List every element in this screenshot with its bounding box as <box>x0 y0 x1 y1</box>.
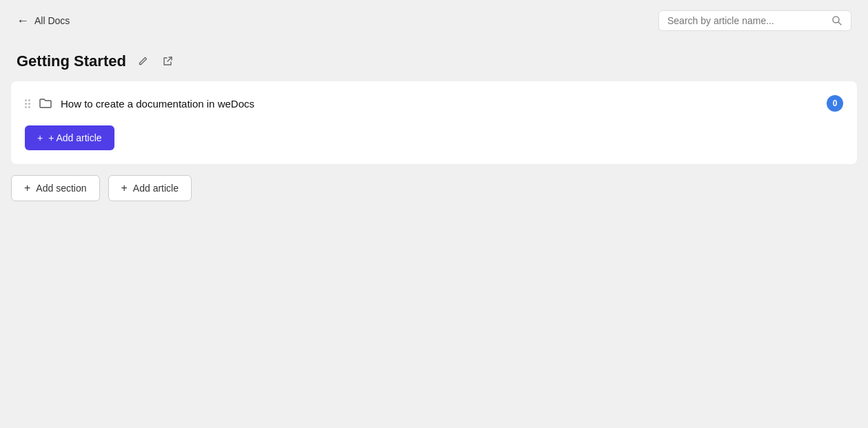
back-link[interactable]: ← All Docs <box>17 14 70 28</box>
edit-button[interactable] <box>134 53 151 70</box>
add-article-button-bottom[interactable]: + Add article <box>108 175 192 201</box>
article-count-badge: 0 <box>827 95 843 112</box>
add-section-label: Add section <box>36 183 86 194</box>
search-container <box>658 10 851 31</box>
external-link-button[interactable] <box>159 53 176 70</box>
section-card: How to create a documentation in weDocs … <box>11 81 857 164</box>
section-title: How to create a documentation in weDocs <box>61 98 818 110</box>
plus-icon-section: + <box>24 183 30 194</box>
page-title-area: Getting Started <box>0 41 868 81</box>
plus-icon-inside: + <box>37 132 43 143</box>
svg-line-2 <box>168 57 172 61</box>
add-article-label-inside: + Add article <box>48 132 101 143</box>
search-icon <box>831 15 842 26</box>
page-title: Getting Started <box>17 52 126 70</box>
plus-icon-article: + <box>121 183 128 194</box>
section-header: How to create a documentation in weDocs … <box>25 95 843 112</box>
bottom-actions: + Add section + Add article <box>0 175 868 201</box>
add-article-button-inside[interactable]: + + Add article <box>25 125 114 150</box>
folder-icon <box>39 96 52 110</box>
add-article-label-bottom: Add article <box>133 183 179 194</box>
add-section-button[interactable]: + Add section <box>11 175 100 201</box>
drag-handle[interactable] <box>25 99 30 108</box>
main-content: How to create a documentation in weDocs … <box>0 81 868 164</box>
top-bar: ← All Docs <box>0 0 868 41</box>
svg-line-1 <box>838 22 841 25</box>
back-label: All Docs <box>34 15 70 26</box>
back-arrow-icon: ← <box>17 14 29 28</box>
search-input[interactable] <box>667 15 826 26</box>
